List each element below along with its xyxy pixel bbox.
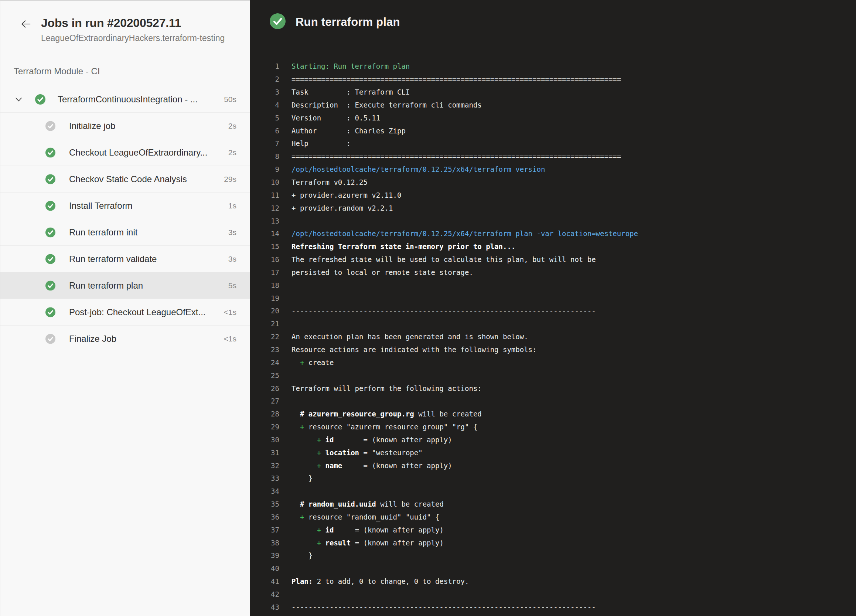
- log-line-number[interactable]: 19: [250, 294, 279, 302]
- log-line-number[interactable]: 17: [250, 268, 279, 276]
- log-line-text: + resource "azurerm_resource_group" "rg"…: [291, 423, 477, 431]
- log-line-number[interactable]: 23: [250, 345, 279, 354]
- log-line-number[interactable]: 8: [250, 152, 279, 160]
- step-row[interactable]: Run terraform validate3s: [0, 246, 250, 273]
- log-line-text: The refreshed state will be used to calc…: [291, 255, 596, 263]
- log-line-number[interactable]: 22: [250, 333, 279, 341]
- log-line-text: # random_uuid.uuid will be created: [291, 500, 444, 508]
- log-line: 4Description : Execute terraform cli com…: [250, 99, 856, 112]
- step-row[interactable]: Post-job: Checkout LeagueOfExt...<1s: [0, 299, 250, 326]
- log-line: 38 + result = (known after apply): [250, 536, 856, 549]
- step-row[interactable]: Run terraform plan5s: [0, 273, 250, 299]
- log-line-number[interactable]: 30: [250, 436, 279, 444]
- log-line-number[interactable]: 32: [250, 462, 279, 470]
- log-line-number[interactable]: 14: [250, 229, 279, 237]
- step-duration: 2s: [228, 148, 236, 157]
- log-line-number[interactable]: 18: [250, 281, 279, 290]
- log-line: 39 }: [250, 549, 856, 562]
- log-line-text: # azurerm_resource_group.rg will be crea…: [291, 410, 482, 418]
- log-line-number[interactable]: 1: [250, 62, 279, 70]
- log-line: 40: [250, 562, 856, 575]
- step-row[interactable]: Checkov Static Code Analysis29s: [0, 166, 250, 192]
- log-line-number[interactable]: 28: [250, 410, 279, 418]
- step-row[interactable]: Finalize Job<1s: [0, 326, 250, 352]
- log-line-number[interactable]: 7: [250, 139, 279, 148]
- back-button[interactable]: [19, 17, 33, 31]
- log-line-text: Version : 0.5.11: [291, 114, 380, 122]
- log-line-text: Terraform v0.12.25: [291, 178, 368, 186]
- log-line: 6Author : Charles Zipp: [250, 124, 856, 137]
- success-check-icon: [45, 280, 55, 290]
- log-line-number[interactable]: 29: [250, 423, 279, 431]
- log-line-number[interactable]: 42: [250, 590, 279, 598]
- log-line-number[interactable]: 5: [250, 114, 279, 122]
- log-line-number[interactable]: 41: [250, 577, 279, 585]
- log-line-number[interactable]: 11: [250, 191, 279, 199]
- log-line: 19: [250, 291, 856, 305]
- log-line-text: ----------------------------------------…: [291, 307, 596, 315]
- log-line-text: + id = (known after apply): [291, 526, 444, 534]
- log-line-number[interactable]: 3: [250, 88, 279, 96]
- job-row[interactable]: TerraformContinuousIntegration - ...50s: [0, 86, 250, 113]
- log-line-number[interactable]: 13: [250, 217, 279, 225]
- step-duration: 29s: [224, 175, 236, 184]
- log-line: 17persisted to local or remote state sto…: [250, 266, 856, 279]
- log-line-number[interactable]: 40: [250, 564, 279, 572]
- log-line-number[interactable]: 24: [250, 359, 279, 367]
- log-line-number[interactable]: 34: [250, 487, 279, 495]
- step-label: Run terraform init: [69, 227, 137, 237]
- job-step-list: TerraformContinuousIntegration - ...50sI…: [0, 86, 250, 352]
- log-line-number[interactable]: 26: [250, 384, 279, 393]
- step-label: Install Terraform: [69, 201, 132, 211]
- step-duration: <1s: [224, 308, 236, 317]
- log-line-number[interactable]: 38: [250, 539, 279, 547]
- log-line-number[interactable]: 9: [250, 165, 279, 173]
- log-line: 43--------------------------------------…: [250, 601, 856, 613]
- log-line-text: ----------------------------------------…: [291, 603, 596, 611]
- log-line-number[interactable]: 2: [250, 75, 279, 83]
- log-line-text: + provider.azurerm v2.11.0: [291, 191, 401, 199]
- log-line-number[interactable]: 16: [250, 255, 279, 263]
- log-line-text: Starting: Run terraform plan: [291, 62, 410, 70]
- log-line-number[interactable]: 36: [250, 513, 279, 521]
- log-line-text: ========================================…: [291, 152, 621, 160]
- sidebar-header: Jobs in run #20200527.11 LeagueOfExtraor…: [0, 1, 250, 43]
- log-line-number[interactable]: 43: [250, 603, 279, 611]
- log-line-number[interactable]: 20: [250, 307, 279, 315]
- step-row[interactable]: Run terraform init3s: [0, 219, 250, 246]
- step-row[interactable]: Install Terraform1s: [0, 192, 250, 219]
- neutral-check-icon: [45, 334, 55, 343]
- log-line-number[interactable]: 21: [250, 320, 279, 328]
- log-line-number[interactable]: 35: [250, 500, 279, 508]
- log-line-text: Description : Execute terraform cli comm…: [291, 101, 482, 109]
- step-duration: <1s: [224, 334, 236, 343]
- log-line-number[interactable]: 27: [250, 397, 279, 405]
- log-line: 8=======================================…: [250, 150, 856, 163]
- step-row[interactable]: Checkout LeagueOfExtraordinary...2s: [0, 139, 250, 166]
- step-label: Run terraform plan: [69, 280, 143, 291]
- log-line: 30 + id = (known after apply): [250, 433, 856, 446]
- success-check-icon: [45, 201, 55, 211]
- chevron-down-icon[interactable]: [14, 95, 23, 103]
- log-line-text: Task : Terraform CLI: [291, 88, 410, 96]
- step-duration: 3s: [228, 228, 236, 237]
- log-title: Run terraform plan: [296, 15, 400, 29]
- log-line: 26Terraform will perform the following a…: [250, 382, 856, 395]
- log-line-number[interactable]: 6: [250, 127, 279, 135]
- log-line-number[interactable]: 31: [250, 449, 279, 457]
- step-label: Run terraform validate: [69, 254, 157, 264]
- log-line-number[interactable]: 10: [250, 178, 279, 186]
- log-line: 11+ provider.azurerm v2.11.0: [250, 188, 856, 202]
- log-line-text: }: [291, 474, 313, 482]
- log-line-number[interactable]: 37: [250, 526, 279, 534]
- log-line-number[interactable]: 39: [250, 551, 279, 559]
- log-line-number[interactable]: 25: [250, 371, 279, 379]
- log-line-number[interactable]: 33: [250, 474, 279, 482]
- log-line-number[interactable]: 12: [250, 204, 279, 212]
- log-line: 15Refreshing Terraform state in-memory p…: [250, 240, 856, 253]
- log-line-text: + id = (known after apply): [291, 436, 452, 444]
- step-row[interactable]: Initialize job2s: [0, 113, 250, 139]
- success-check-icon: [45, 307, 55, 317]
- log-line-number[interactable]: 4: [250, 101, 279, 109]
- log-line-number[interactable]: 15: [250, 242, 279, 251]
